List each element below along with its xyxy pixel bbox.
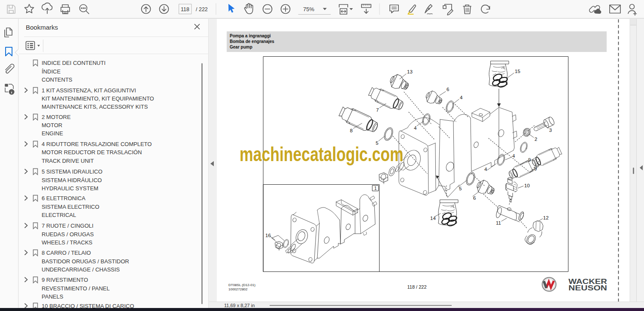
svg-text:75%: 75% <box>303 6 314 12</box>
svg-text:6: 6 <box>473 195 476 201</box>
svg-text:8: 8 <box>350 128 352 133</box>
svg-text:NEUSON: NEUSON <box>568 284 607 292</box>
svg-text:118: 118 <box>181 6 189 12</box>
svg-text:13: 13 <box>407 69 413 74</box>
svg-text:4: 4 <box>512 153 515 159</box>
svg-text:1: 1 <box>374 186 377 191</box>
svg-text:10: 10 <box>524 183 530 188</box>
svg-text:3: 3 <box>549 128 552 133</box>
svg-text:/ 222: / 222 <box>196 6 208 12</box>
svg-text:2: 2 <box>535 137 537 142</box>
svg-text:9: 9 <box>534 166 537 171</box>
svg-text:11: 11 <box>496 220 501 226</box>
svg-text:12: 12 <box>543 215 549 220</box>
svg-text:7: 7 <box>376 107 379 113</box>
svg-text:4: 4 <box>484 167 487 172</box>
svg-text:6: 6 <box>447 87 449 92</box>
svg-text:9: 9 <box>528 157 531 162</box>
svg-text:4: 4 <box>460 95 463 100</box>
svg-text:15: 15 <box>515 69 520 74</box>
svg-text:4: 4 <box>414 125 417 131</box>
svg-text:5: 5 <box>459 186 462 191</box>
svg-text:14: 14 <box>430 216 436 221</box>
svg-text:16: 16 <box>265 233 271 238</box>
